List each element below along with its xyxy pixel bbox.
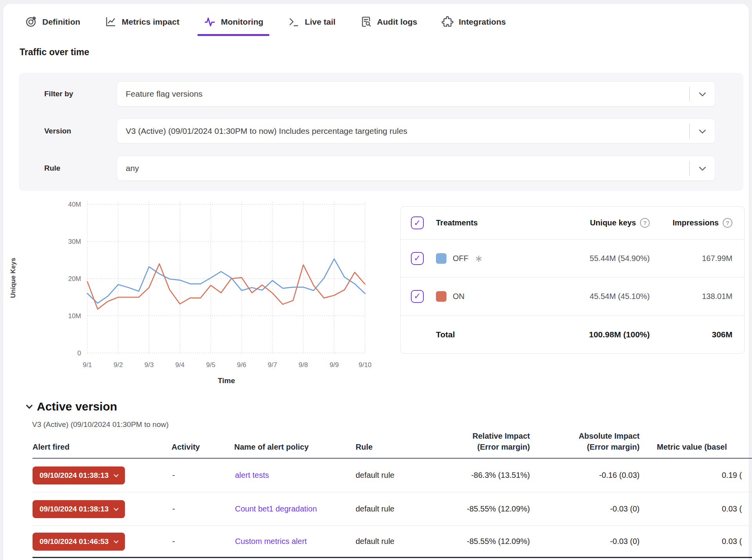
alert-row: 09/10/2024 01:38:13 - alert tests defaul… xyxy=(33,459,752,492)
alert-policy-link[interactable]: alert tests xyxy=(235,471,269,479)
document-search-icon xyxy=(360,16,372,28)
alert-fired-time: 09/10/2024 01:38:13 xyxy=(40,471,108,480)
select-all-checkbox[interactable] xyxy=(411,216,424,229)
edit-circle-icon xyxy=(25,16,37,28)
version-value: V3 (Active) (09/01/2024 01:30PM to now) … xyxy=(126,126,689,136)
asterisk-icon xyxy=(475,254,483,263)
tab-metrics-impact[interactable]: Metrics impact xyxy=(105,16,179,28)
rule-cell: default rule xyxy=(356,504,420,513)
absolute-impact-line2: (Error margin) xyxy=(587,443,640,451)
tab-label: Definition xyxy=(42,17,80,27)
svg-text:9/1: 9/1 xyxy=(83,361,92,369)
filter-by-select[interactable]: Feature flag versions xyxy=(117,81,715,106)
on-label: ON xyxy=(453,292,465,301)
tab-monitoring[interactable]: Monitoring xyxy=(204,16,263,28)
treatment-name: OFF xyxy=(436,253,535,264)
activity-cell: - xyxy=(168,537,230,546)
chevron-down-icon[interactable] xyxy=(690,166,715,171)
col-rule: Rule xyxy=(356,441,420,452)
impressions-header-label: Impressions xyxy=(672,218,719,227)
tab-label: Monitoring xyxy=(221,17,263,27)
col-policy: Name of alert policy xyxy=(230,441,356,452)
svg-text:0: 0 xyxy=(78,349,81,357)
tab-integrations[interactable]: Integrations xyxy=(441,16,506,28)
treatments-header-row: Treatments Unique keys Impressions xyxy=(401,207,744,239)
off-checkbox[interactable] xyxy=(411,252,424,265)
chevron-down-icon[interactable] xyxy=(26,402,33,409)
tab-definition[interactable]: Definition xyxy=(25,16,80,28)
page-title: Traffic over time xyxy=(20,47,89,58)
version-select[interactable]: V3 (Active) (09/01/2024 01:30PM to now) … xyxy=(117,119,715,144)
alert-fired-badge[interactable]: 09/10/2024 01:38:13 xyxy=(33,466,125,484)
col-absolute-impact: Absolute Impact (Error margin) xyxy=(530,430,640,452)
active-version-subtitle: V3 (Active) (09/10/2024 01:30PM to now) xyxy=(32,420,169,429)
absolute-impact-cell: -0.03 (0) xyxy=(530,504,640,513)
svg-text:9/7: 9/7 xyxy=(268,361,277,369)
col-relative-impact: Relative Impact (Error margin) xyxy=(420,430,530,452)
filter-row-version: Version V3 (Active) (09/01/2024 01:30PM … xyxy=(44,119,731,144)
treatment-row-on: ON 45.54M (45.10%) 138.01M xyxy=(401,277,744,315)
alert-fired-time: 09/10/2024 01:38:13 xyxy=(40,505,108,513)
help-icon[interactable] xyxy=(723,218,732,228)
svg-text:20M: 20M xyxy=(68,275,81,283)
svg-text:9/10: 9/10 xyxy=(358,361,371,369)
rule-cell: default rule xyxy=(356,537,420,546)
absolute-impact-cell: -0.03 (0) xyxy=(530,537,640,546)
off-color-swatch xyxy=(436,253,446,264)
rule-select[interactable]: any xyxy=(117,156,715,181)
filter-by-value: Feature flag versions xyxy=(126,89,689,99)
tab-label: Live tail xyxy=(305,17,335,27)
tab-label: Audit logs xyxy=(377,17,418,27)
treatments-table: Treatments Unique keys Impressions OFF 5… xyxy=(400,206,745,354)
tab-bar: Definition Metrics impact Monitoring Liv… xyxy=(25,16,506,28)
activity-pulse-icon xyxy=(204,16,216,28)
treatments-header: Treatments xyxy=(436,218,535,227)
on-unique-keys: 45.54M (45.10%) xyxy=(535,292,650,301)
total-label: Total xyxy=(436,330,535,339)
col-activity: Activity xyxy=(168,441,230,452)
on-checkbox[interactable] xyxy=(411,290,424,303)
chevron-down-icon[interactable] xyxy=(690,129,715,134)
svg-text:9/9: 9/9 xyxy=(329,361,339,369)
alert-policy-link[interactable]: Custom metrics alert xyxy=(235,537,307,546)
alert-row: 09/10/2024 01:38:13 - Count bet1 degrada… xyxy=(33,492,752,526)
relative-impact-cell: -85.55% (12.09%) xyxy=(420,504,530,513)
tab-label: Integrations xyxy=(459,17,506,27)
active-version-header[interactable]: Active version xyxy=(26,400,117,413)
alert-policy-link[interactable]: Count bet1 degradation xyxy=(235,504,317,513)
treatments-total-row: Total 100.98M (100%) 306M xyxy=(401,316,744,353)
off-impressions: 167.99M xyxy=(650,254,732,263)
svg-text:10M: 10M xyxy=(68,312,81,320)
metric-value-cell: 0.03 ( xyxy=(640,537,752,546)
svg-text:40M: 40M xyxy=(68,201,81,208)
treatment-row-off: OFF 55.44M (54.90%) 167.99M xyxy=(401,239,744,277)
filter-row-filter-by: Filter by Feature flag versions xyxy=(44,81,731,106)
total-unique-keys: 100.98M (100%) xyxy=(535,330,650,339)
x-axis-title: Time xyxy=(218,376,235,385)
chevron-down-icon[interactable] xyxy=(690,92,715,97)
alert-fired-badge[interactable]: 09/10/2024 01:38:13 xyxy=(33,500,125,518)
relative-impact-line1: Relative Impact xyxy=(472,432,530,440)
chevron-down-icon xyxy=(114,506,119,511)
filter-panel: Filter by Feature flag versions Version … xyxy=(19,73,743,191)
filter-by-label: Filter by xyxy=(44,90,117,98)
col-alert-fired: Alert fired xyxy=(33,441,168,452)
main-panel: Definition Metrics impact Monitoring Liv… xyxy=(3,4,749,560)
alerts-header-row: Alert fired Activity Name of alert polic… xyxy=(33,430,752,459)
tab-audit-logs[interactable]: Audit logs xyxy=(360,16,418,28)
tab-live-tail[interactable]: Live tail xyxy=(287,16,335,28)
alert-fired-badge[interactable]: 09/10/2024 01:46:53 xyxy=(33,533,125,551)
filter-row-rule: Rule any xyxy=(44,156,731,181)
svg-text:9/3: 9/3 xyxy=(145,361,154,369)
on-impressions: 138.01M xyxy=(650,292,732,301)
help-icon[interactable] xyxy=(640,218,650,228)
impressions-header: Impressions xyxy=(650,218,732,228)
relative-impact-line2: (Error margin) xyxy=(477,443,530,451)
off-unique-keys: 55.44M (54.90%) xyxy=(535,254,650,263)
rule-label: Rule xyxy=(44,164,117,173)
svg-text:30M: 30M xyxy=(68,238,81,245)
svg-text:9/8: 9/8 xyxy=(299,361,308,369)
col-metric-value: Metric value (basel xyxy=(640,441,752,452)
svg-text:9/6: 9/6 xyxy=(237,361,246,369)
chevron-down-icon xyxy=(114,472,119,477)
